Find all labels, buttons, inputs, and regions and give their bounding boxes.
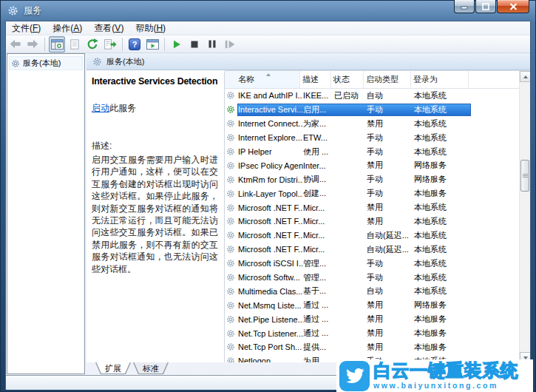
row-cells[interactable]: Microsoft .NET F...Micr...禁用本地系统 bbox=[237, 201, 471, 214]
scrollbar-thumb[interactable] bbox=[520, 160, 529, 192]
cell-name[interactable]: Microsoft .NET F... bbox=[238, 216, 303, 228]
row-cells[interactable]: Microsoft .NET F...Micr...自动(延迟...本地系统 bbox=[237, 243, 471, 256]
cell-status[interactable] bbox=[334, 188, 367, 200]
row-cells[interactable]: Microsoft Softw...管理...手动本地系统 bbox=[237, 271, 471, 284]
cell-status[interactable] bbox=[334, 314, 367, 325]
cell-description[interactable]: 基于... bbox=[303, 285, 334, 297]
cell-status[interactable] bbox=[334, 300, 367, 311]
cell-name[interactable]: Link-Layer Topol... bbox=[238, 188, 303, 200]
cell-description[interactable]: 为家... bbox=[303, 118, 334, 129]
table-row[interactable]: Net.Pipe Listene...通过 ...禁用本地服务 bbox=[225, 312, 519, 326]
cell-name[interactable]: IPsec Policy Agent bbox=[238, 160, 303, 172]
row-cells[interactable]: IPsec Policy AgentInter...禁用网络服务 bbox=[237, 159, 471, 172]
cell-name[interactable]: Internet Connect... bbox=[238, 118, 303, 129]
cell-status[interactable] bbox=[334, 132, 367, 143]
tab-extended[interactable]: 扩展 bbox=[95, 362, 131, 374]
cell-status[interactable] bbox=[334, 174, 367, 186]
export-list-button[interactable] bbox=[102, 36, 118, 53]
table-row[interactable]: Microsoft .NET F...Micr...自动(延迟...本地系统 bbox=[225, 229, 519, 243]
cell-name[interactable]: Microsoft .NET F... bbox=[238, 230, 303, 242]
cell-name[interactable]: Net.Pipe Listene... bbox=[238, 314, 303, 325]
menu-item-h[interactable]: 帮助(H) bbox=[129, 21, 172, 36]
maximize-button[interactable] bbox=[475, 0, 496, 13]
menu-item-f[interactable]: 文件(F) bbox=[6, 21, 47, 36]
column-header-logon-as[interactable]: 登录为 bbox=[411, 71, 469, 88]
cell-description[interactable]: Micr... bbox=[303, 243, 334, 255]
cell-startup-type[interactable]: 禁用 bbox=[367, 160, 414, 172]
restart-service-button[interactable] bbox=[222, 36, 238, 53]
row-cells[interactable]: Net.Pipe Listene...通过 ...禁用本地服务 bbox=[237, 313, 471, 326]
table-row[interactable]: Internet Explore...ETW...手动本地系统 bbox=[225, 131, 519, 145]
cell-logon-as[interactable]: 网络服务 bbox=[414, 174, 470, 186]
cell-description[interactable]: IKEE... bbox=[303, 90, 334, 102]
back-arrow-button[interactable] bbox=[7, 36, 23, 53]
cell-description[interactable]: 启用... bbox=[303, 104, 334, 116]
cell-startup-type[interactable]: 自动 bbox=[367, 285, 414, 297]
cell-status[interactable] bbox=[334, 243, 367, 255]
table-row[interactable]: Microsoft Softw...管理...手动本地系统 bbox=[225, 271, 519, 285]
cell-logon-as[interactable]: 本地服务 bbox=[414, 188, 470, 200]
cell-name[interactable]: Internet Explore... bbox=[238, 132, 303, 143]
cell-description[interactable]: 通过 ... bbox=[303, 314, 334, 325]
column-header-startup-type[interactable]: 启动类型 bbox=[364, 71, 411, 88]
cell-startup-type[interactable]: 手动 bbox=[367, 257, 414, 269]
menu-item-v[interactable]: 查看(V) bbox=[88, 21, 129, 36]
cell-status[interactable] bbox=[334, 257, 367, 269]
table-row[interactable]: Multimedia Clas...基于...自动本地系统 bbox=[225, 284, 519, 298]
cell-name[interactable]: Microsoft .NET F... bbox=[238, 243, 303, 255]
table-row[interactable]: Microsoft .NET F...Micr...禁用本地系统 bbox=[225, 214, 519, 229]
column-header-status[interactable]: 状态 bbox=[331, 71, 364, 88]
row-cells[interactable]: IKE and AuthIP I...IKEE...已启动自动本地系统 bbox=[237, 89, 471, 103]
cell-startup-type[interactable]: 禁用 bbox=[367, 314, 414, 325]
show-description-window-button[interactable] bbox=[144, 36, 160, 53]
cell-startup-type[interactable]: 手动 bbox=[367, 132, 414, 143]
cell-startup-type[interactable]: 禁用 bbox=[367, 118, 414, 129]
table-row[interactable]: Interactive Servi...启用...手动本地系统 bbox=[225, 103, 519, 117]
cell-startup-type[interactable]: 禁用 bbox=[367, 300, 414, 311]
cell-logon-as[interactable]: 本地系统 bbox=[414, 216, 470, 228]
table-row[interactable]: Microsoft iSCSI I...管理...手动本地系统 bbox=[225, 257, 519, 271]
start-service-link[interactable]: 启动 bbox=[92, 103, 109, 113]
cell-status[interactable] bbox=[334, 146, 367, 158]
vertical-scrollbar[interactable] bbox=[519, 71, 530, 362]
cell-logon-as[interactable]: 本地系统 bbox=[414, 257, 470, 269]
cell-logon-as[interactable]: 本地系统 bbox=[414, 202, 470, 214]
table-row[interactable]: Internet Connect...为家...禁用本地系统 bbox=[225, 117, 519, 131]
cell-logon-as[interactable]: 本地系统 bbox=[414, 146, 470, 158]
cell-description[interactable]: ETW... bbox=[303, 132, 334, 143]
table-row[interactable]: KtmRm for Distri...协调...手动网络服务 bbox=[225, 172, 519, 186]
minimize-button[interactable] bbox=[454, 0, 475, 13]
row-cells[interactable]: Multimedia Clas...基于...自动本地系统 bbox=[237, 285, 471, 298]
cell-name[interactable]: KtmRm for Distri... bbox=[238, 174, 303, 186]
cell-startup-type[interactable]: 手动 bbox=[367, 188, 414, 200]
cell-startup-type[interactable]: 手动 bbox=[367, 174, 414, 186]
row-cells[interactable]: Link-Layer Topol...创建...手动本地服务 bbox=[237, 187, 471, 200]
stop-service-button[interactable] bbox=[186, 36, 203, 53]
cell-description[interactable]: 通过 ... bbox=[303, 328, 334, 339]
cell-name[interactable]: Microsoft .NET F... bbox=[238, 202, 303, 214]
table-row[interactable]: Net.Msmq Liste...通过 ...禁用网络服务 bbox=[225, 298, 519, 312]
row-cells[interactable]: Internet Explore...ETW...手动本地系统 bbox=[237, 131, 471, 144]
cell-logon-as[interactable]: 网络服务 bbox=[414, 160, 470, 172]
table-row[interactable]: Microsoft .NET F...Micr...自动(延迟...本地系统 bbox=[225, 243, 519, 257]
cell-name[interactable]: Net.Tcp Port Sh... bbox=[238, 342, 303, 354]
cell-name[interactable]: Microsoft Softw... bbox=[238, 271, 303, 283]
console-tree-window-button[interactable] bbox=[49, 36, 65, 53]
cell-logon-as[interactable]: 本地服务 bbox=[414, 314, 470, 325]
scroll-up-button[interactable] bbox=[520, 71, 530, 82]
cell-status[interactable] bbox=[334, 230, 367, 242]
cell-status[interactable] bbox=[334, 104, 367, 116]
tab-standard[interactable]: 标准 bbox=[133, 362, 169, 374]
column-header-description[interactable]: 描述 bbox=[300, 71, 331, 88]
cell-description[interactable]: 为用... bbox=[303, 356, 334, 362]
cell-status[interactable] bbox=[334, 202, 367, 214]
cell-name[interactable]: IKE and AuthIP I... bbox=[238, 90, 303, 102]
cell-description[interactable]: 使用 ... bbox=[303, 146, 334, 158]
tree-item-services-local[interactable]: 服务(本地) bbox=[9, 56, 83, 70]
menu-item-a[interactable]: 操作(A) bbox=[47, 21, 88, 36]
table-row[interactable]: Link-Layer Topol...创建...手动本地服务 bbox=[225, 186, 519, 200]
table-row[interactable]: IPsec Policy AgentInter...禁用网络服务 bbox=[225, 158, 519, 172]
cell-logon-as[interactable]: 本地系统 bbox=[414, 243, 470, 255]
row-cells[interactable]: Net.Msmq Liste...通过 ...禁用网络服务 bbox=[237, 299, 471, 312]
cell-startup-type[interactable]: 手动 bbox=[367, 104, 414, 116]
